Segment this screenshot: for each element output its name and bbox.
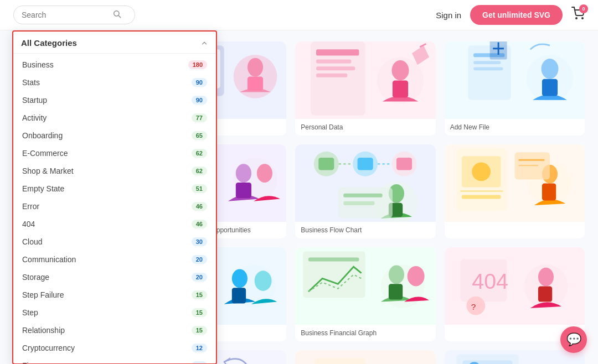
category-count: 15 (192, 290, 207, 299)
search-box[interactable] (13, 6, 135, 24)
category-count: 90 (192, 96, 207, 105)
header-right: Sign in Get unlimited SVG 0 (436, 5, 585, 25)
dropdown-item[interactable]: Step15 (13, 304, 216, 321)
svg-rect-56 (344, 193, 383, 197)
svg-rect-17 (316, 49, 359, 55)
dropdown-header: All Categories (13, 32, 216, 54)
dropdown-item[interactable]: E-Commerce62 (13, 144, 216, 162)
dropdown-item[interactable]: Cloud30 (13, 233, 216, 251)
category-name: Relationship (22, 326, 65, 335)
dropdown-list[interactable]: Business180Stats90Startup90Activity77Onb… (13, 54, 216, 363)
card-image (295, 350, 435, 364)
dropdown-item[interactable]: 40446 (13, 215, 216, 233)
category-count: 12 (192, 344, 207, 352)
svg-rect-101 (315, 358, 365, 364)
svg-point-79 (255, 271, 272, 291)
search-icon-button[interactable] (110, 9, 123, 20)
category-count: 180 (188, 60, 207, 69)
category-name: 404 (22, 220, 35, 228)
category-count: 65 (192, 131, 207, 140)
category-count: 15 (192, 326, 207, 335)
dropdown-item[interactable]: Startup90 (13, 91, 216, 109)
chat-bubble-button[interactable]: 💬 (560, 326, 587, 353)
svg-rect-45 (319, 158, 334, 170)
svg-rect-65 (542, 183, 556, 200)
all-categories-label: All Categories (21, 38, 77, 48)
svg-rect-11 (248, 76, 263, 90)
category-name: Cryptocurrency (22, 344, 75, 352)
category-name: Shop & Market (22, 167, 74, 175)
categories-dropdown: All Categories Business180Stats90Startup… (12, 30, 217, 364)
svg-rect-19 (316, 66, 355, 70)
grid-card[interactable]: Business Flow Chart (295, 144, 435, 238)
category-name: Communication (22, 255, 76, 264)
svg-line-1 (118, 15, 121, 18)
dropdown-item[interactable]: Stats90 (13, 74, 216, 91)
card-image: 404 ? (445, 247, 585, 325)
category-name: Error (22, 202, 39, 211)
svg-point-22 (392, 60, 409, 80)
grid-card[interactable] (445, 350, 585, 364)
category-name: Startup (22, 96, 47, 105)
card-label: Business Flow Chart (295, 222, 435, 238)
svg-rect-34 (542, 79, 558, 96)
dropdown-item[interactable]: Step Failure15 (13, 286, 216, 304)
grid-card[interactable] (445, 144, 585, 238)
svg-rect-51 (396, 158, 412, 170)
category-count: 30 (192, 237, 207, 246)
svg-rect-81 (308, 257, 359, 261)
card-image (445, 350, 585, 364)
sign-in-button[interactable]: Sign in (436, 11, 461, 20)
dropdown-item[interactable]: Business180 (13, 56, 216, 74)
svg-point-2 (576, 18, 577, 19)
category-count: 46 (192, 220, 207, 228)
grid-card[interactable]: 404 ? (445, 247, 585, 341)
dropdown-item[interactable]: Activity77 (13, 109, 216, 127)
dropdown-item[interactable]: Onboarding65 (13, 127, 216, 144)
svg-rect-23 (393, 80, 408, 97)
category-count: 77 (192, 113, 207, 122)
category-name: Step Failure (22, 290, 64, 299)
svg-point-10 (248, 58, 263, 76)
dropdown-item[interactable]: Empty State51 (13, 180, 216, 197)
svg-rect-28 (473, 67, 503, 70)
card-label: Business Financial Graph (295, 325, 435, 341)
card-label: Add New File (445, 119, 585, 136)
cart-button[interactable]: 0 (571, 7, 585, 23)
dropdown-item[interactable]: Communication20 (13, 251, 216, 268)
card-label: Personal Data (295, 119, 435, 136)
category-name: Onboarding (22, 131, 63, 140)
svg-rect-48 (358, 158, 373, 170)
category-name: Cloud (22, 237, 43, 246)
svg-rect-27 (473, 61, 501, 64)
svg-point-77 (232, 269, 248, 288)
svg-rect-78 (232, 288, 246, 303)
grid-card[interactable] (295, 350, 435, 364)
grid-card[interactable]: Business Financial Graph (295, 247, 435, 341)
dropdown-item[interactable]: Cryptocurrency12 (13, 339, 216, 357)
search-input[interactable] (22, 11, 110, 19)
category-count: 62 (192, 149, 207, 158)
svg-text:?: ? (471, 301, 476, 311)
get-svg-button[interactable]: Get unlimited SVG (470, 5, 563, 25)
dropdown-item[interactable]: Shop & Market62 (13, 162, 216, 180)
card-image (295, 41, 435, 119)
svg-rect-57 (344, 201, 375, 205)
category-count: 15 (192, 308, 207, 317)
category-name: Activity (22, 113, 47, 122)
svg-rect-84 (389, 284, 403, 299)
category-count: 90 (192, 78, 207, 87)
svg-point-33 (541, 59, 558, 79)
svg-point-83 (389, 265, 404, 284)
card-image (295, 247, 435, 325)
dropdown-item[interactable]: Relationship15 (13, 321, 216, 339)
dropdown-item[interactable]: Finance12 (13, 357, 216, 363)
category-count: 62 (192, 167, 207, 175)
grid-card[interactable]: Add New File (445, 41, 585, 136)
svg-point-60 (472, 162, 491, 181)
cart-badge: 0 (579, 4, 588, 13)
dropdown-item[interactable]: Storage20 (13, 268, 216, 286)
card-image (445, 41, 585, 119)
grid-card[interactable]: Personal Data (295, 41, 435, 136)
dropdown-item[interactable]: Error46 (13, 197, 216, 215)
